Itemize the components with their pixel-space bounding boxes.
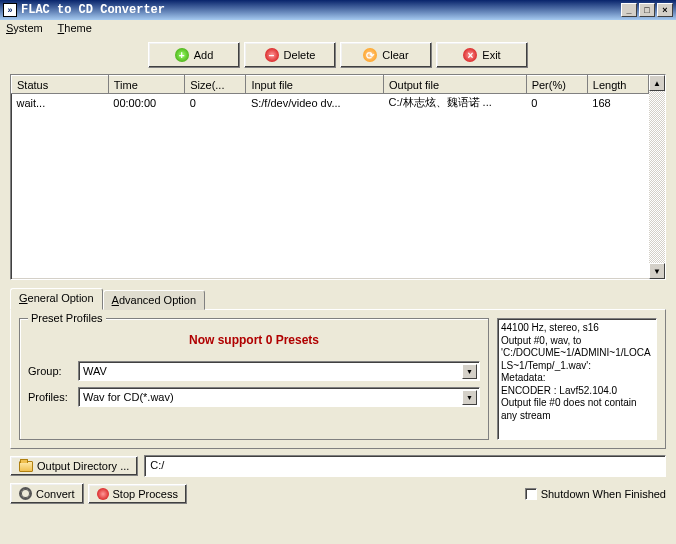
log-output[interactable]: 44100 Hz, stereo, s16 Output #0, wav, to… (497, 318, 657, 440)
menu-bar: System Theme (0, 20, 676, 36)
add-button[interactable]: +Add (148, 42, 240, 68)
clear-button[interactable]: ⟳Clear (340, 42, 432, 68)
delete-label: Delete (284, 49, 316, 61)
group-value: WAV (83, 365, 462, 377)
log-line: 44100 Hz, stereo, s16 (501, 322, 653, 335)
options-tabs: General Option Advanced Option Preset Pr… (10, 288, 666, 449)
app-icon: » (3, 3, 17, 17)
cell-input: S:/f/dev/video dv... (246, 94, 384, 112)
cell-length: 168 (587, 94, 648, 112)
log-line: Metadata: (501, 372, 653, 385)
add-icon: + (175, 48, 189, 62)
window-title: FLAC to CD Converter (21, 3, 619, 17)
profiles-value: Wav for CD(*.wav) (83, 391, 462, 403)
log-line: Output file #0 does not contain any stre… (501, 397, 653, 422)
preset-banner: Now support 0 Presets (28, 333, 480, 347)
preset-legend: Preset Profiles (28, 312, 106, 324)
scroll-up-icon[interactable]: ▲ (649, 75, 665, 91)
convert-label: Convert (36, 488, 75, 500)
menu-theme[interactable]: Theme (58, 22, 92, 34)
col-input[interactable]: Input file (246, 76, 384, 94)
output-directory-button[interactable]: Output Directory ... (10, 456, 138, 476)
group-label: Group: (28, 365, 78, 377)
stop-icon (97, 488, 109, 500)
shutdown-checkbox[interactable]: Shutdown When Finished (525, 488, 666, 500)
shutdown-label: Shutdown When Finished (541, 488, 666, 500)
output-directory-path[interactable]: C:/ (144, 455, 666, 477)
log-line: 'C:/DOCUME~1/ADMINI~1/LOCALS~1/Temp/_1.w… (501, 347, 653, 372)
col-output[interactable]: Output file (383, 76, 526, 94)
maximize-button[interactable]: □ (639, 3, 655, 17)
col-time[interactable]: Time (108, 76, 184, 94)
exit-button[interactable]: ×Exit (436, 42, 528, 68)
tab-advanced[interactable]: Advanced Option (103, 290, 205, 310)
scroll-down-icon[interactable]: ▼ (649, 263, 665, 279)
stop-process-button[interactable]: Stop Process (88, 484, 187, 504)
tab-general[interactable]: General Option (10, 288, 103, 310)
delete-icon: − (265, 48, 279, 62)
group-combo[interactable]: WAV ▼ (78, 361, 480, 381)
cell-size: 0 (185, 94, 246, 112)
output-directory-label: Output Directory ... (37, 460, 129, 472)
vertical-scrollbar[interactable]: ▲ ▼ (649, 75, 665, 279)
menu-system[interactable]: System (6, 22, 43, 34)
chevron-down-icon: ▼ (462, 390, 477, 405)
table-header-row: Status Time Size(... Input file Output f… (12, 76, 649, 94)
toolbar: +Add −Delete ⟳Clear ×Exit (0, 36, 676, 74)
bottom-bar: Output Directory ... C:/ Convert Stop Pr… (10, 455, 666, 504)
profiles-label: Profiles: (28, 391, 78, 403)
col-length[interactable]: Length (587, 76, 648, 94)
col-size[interactable]: Size(... (185, 76, 246, 94)
cell-status: wait... (12, 94, 109, 112)
delete-button[interactable]: −Delete (244, 42, 336, 68)
col-per[interactable]: Per(%) (526, 76, 587, 94)
scroll-track[interactable] (649, 91, 665, 263)
log-line: Output #0, wav, to (501, 335, 653, 348)
file-list: Status Time Size(... Input file Output f… (10, 74, 666, 280)
title-bar: » FLAC to CD Converter _ □ × (0, 0, 676, 20)
close-button[interactable]: × (657, 3, 673, 17)
profiles-combo[interactable]: Wav for CD(*.wav) ▼ (78, 387, 480, 407)
clear-icon: ⟳ (363, 48, 377, 62)
convert-button[interactable]: Convert (10, 483, 84, 504)
minimize-button[interactable]: _ (621, 3, 637, 17)
preset-profiles-group: Preset Profiles Now support 0 Presets Gr… (19, 318, 489, 440)
table-row[interactable]: wait... 00:00:00 0 S:/f/dev/video dv... … (12, 94, 649, 112)
add-label: Add (194, 49, 214, 61)
cell-time: 00:00:00 (108, 94, 184, 112)
exit-label: Exit (482, 49, 500, 61)
folder-icon (19, 461, 33, 472)
checkbox-icon (525, 488, 537, 500)
cell-per: 0 (526, 94, 587, 112)
stop-label: Stop Process (113, 488, 178, 500)
chevron-down-icon: ▼ (462, 364, 477, 379)
exit-icon: × (463, 48, 477, 62)
cell-output: C:/林志炫、魏语诺 ... (383, 94, 526, 112)
log-line: ENCODER : Lavf52.104.0 (501, 385, 653, 398)
clear-label: Clear (382, 49, 408, 61)
gear-icon (19, 487, 32, 500)
col-status[interactable]: Status (12, 76, 109, 94)
